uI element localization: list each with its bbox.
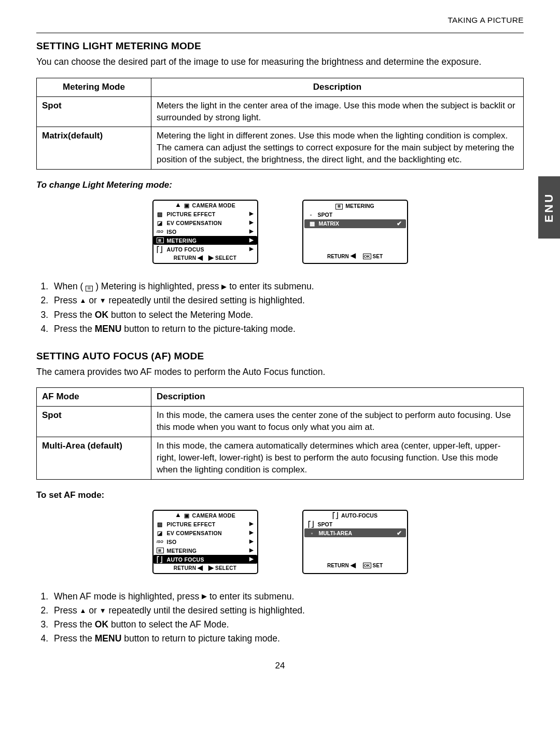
submenu-item-label: MATRIX [319, 220, 394, 227]
af-row1-name: Spot [37, 407, 151, 437]
ev-icon: ◪ [157, 220, 164, 226]
menu1-title-row: ▣ CAMERA MODE [153, 201, 257, 210]
step: Press the MENU button to return to the p… [51, 322, 524, 336]
metering-inline-icon: ⊞ [86, 286, 93, 291]
menu-item-label: METERING [167, 548, 247, 554]
row1-name: Spot [37, 96, 151, 127]
menu-item-label: AUTO FOCUS [167, 556, 247, 563]
section2-steps: When AF mode is highlighted, press to en… [36, 590, 524, 646]
page-number: 24 [36, 661, 524, 671]
af-row2-desc: In this mode, the camera automatically d… [151, 437, 524, 480]
menu-item: ◪EV COMPENSATION [153, 218, 257, 227]
menu-item: ⎡⎦AUTO FOCUS [153, 245, 257, 254]
submenu2-title-row: ⎡⎦ AUTO-FOCUS [303, 511, 407, 520]
menu-item-highlighted: ⎡⎦AUTO FOCUS [153, 555, 257, 564]
menu-item: ISOISO [153, 227, 257, 236]
af-row2-name: Multi-Area (default) [37, 437, 151, 480]
menu-item-highlighted: ⊞METERING [153, 236, 257, 245]
submenu1-title-row: ⊞ METERING [303, 201, 407, 211]
section2-intro: The camera provides two AF modes to perf… [36, 366, 524, 379]
menu-item: ISOISO [153, 537, 257, 546]
step: When AF mode is highlighted, press to en… [51, 590, 524, 604]
footer-select: SELECT [215, 255, 236, 261]
step: When ( ⊞ ) Metering is highlighted, pres… [51, 280, 524, 294]
multi-icon: ▫ [309, 530, 316, 536]
footer-return: RETURN [327, 563, 349, 568]
camera-icon: ▣ [184, 202, 189, 208]
camera-menu-left-1: ▣ CAMERA MODE ▨PICTURE EFFECT ◪EV COMPEN… [152, 200, 258, 264]
af-icon: ⎡⎦ [157, 246, 164, 253]
checkmark-icon: ✔ [397, 529, 402, 537]
section1-sub: To change Light Metering mode: [36, 180, 524, 190]
step: Press or repeatedly until the desired se… [51, 294, 524, 308]
metering-menu-illustration: ▣ CAMERA MODE ▨PICTURE EFFECT ◪EV COMPEN… [36, 200, 524, 264]
camera-menu-left-2: ▣ CAMERA MODE ▨PICTURE EFFECT ◪EV COMPEN… [152, 510, 258, 574]
submenu-item-label: SPOT [318, 212, 403, 218]
menu-item: ⊞METERING [153, 546, 257, 555]
footer-return: RETURN [327, 254, 349, 259]
menu-item-label: ISO [167, 229, 247, 235]
iso-icon: ISO [157, 539, 164, 545]
af-menu-illustration: ▣ CAMERA MODE ▨PICTURE EFFECT ◪EV COMPEN… [36, 510, 524, 574]
menu1-title: CAMERA MODE [192, 202, 235, 208]
menu-item-label: METERING [167, 238, 247, 244]
submenu-item: ⎡⎦SPOT [303, 520, 407, 528]
header-rule [36, 33, 524, 33]
th-af-mode: AF Mode [37, 388, 151, 407]
section1-title: SETTING LIGHT METERING MODE [36, 40, 524, 52]
menu2-title-row: ▣ CAMERA MODE [153, 511, 257, 520]
menu-item-label: ISO [167, 539, 247, 545]
section1-intro: You can choose the desired part of the i… [36, 56, 524, 68]
ok-icon: OK [363, 563, 371, 568]
camera-submenu-right-2: ⎡⎦ AUTO-FOCUS ⎡⎦SPOT ▫MULTI-AREA✔ RETURN… [302, 510, 408, 574]
menu2-footer: RETURN SELECT [153, 564, 257, 573]
breadcrumb: TAKING A PICTURE [36, 16, 524, 25]
effect-icon: ▨ [157, 211, 164, 217]
submenu1-title: METERING [345, 203, 374, 209]
section2-sub: To set AF mode: [36, 490, 524, 500]
menu-item-label: EV COMPENSATION [167, 530, 247, 536]
camera-icon: ▣ [184, 512, 189, 519]
step: Press the OK button to select the Meteri… [51, 308, 524, 322]
menu-item: ▨PICTURE EFFECT [153, 210, 257, 218]
section1-steps: When ( ⊞ ) Metering is highlighted, pres… [36, 280, 524, 336]
ev-icon: ◪ [157, 530, 164, 536]
menu-item-label: EV COMPENSATION [167, 220, 247, 226]
spot-icon: ▫ [307, 212, 315, 218]
row1-desc: Meters the light in the center area of t… [151, 96, 524, 127]
submenu-item-selected: ▫MULTI-AREA✔ [304, 528, 406, 537]
step: Press or repeatedly until the desired se… [51, 604, 524, 618]
footer-return: RETURN [174, 255, 196, 261]
submenu-item-label: SPOT [318, 521, 403, 527]
menu-item: ◪EV COMPENSATION [153, 528, 257, 537]
step: Press the MENU button to return to pictu… [51, 632, 524, 646]
th-mode: Metering Mode [37, 78, 151, 96]
matrix-icon: ▦ [309, 220, 316, 227]
metering-icon: ⊞ [157, 238, 164, 244]
submenu2-title: AUTO-FOCUS [341, 512, 377, 519]
footer-set: SET [373, 563, 383, 568]
metering-table: Metering Mode Description Spot Meters th… [36, 78, 524, 170]
footer-return: RETURN [174, 565, 196, 571]
iso-icon: ISO [157, 229, 164, 235]
submenu-item: ▫SPOT [303, 211, 407, 219]
footer-select: SELECT [215, 565, 236, 571]
row2-name: Matrix(default) [37, 127, 151, 170]
step: Press the OK button to select the AF Mod… [51, 618, 524, 632]
submenu2-footer: RETURN OK SET [303, 561, 407, 570]
metering-icon: ⊞ [157, 548, 164, 554]
menu1-footer: RETURN SELECT [153, 254, 257, 263]
camera-submenu-right-1: ⊞ METERING ▫SPOT ▦MATRIX✔ RETURN OK SET [302, 200, 408, 264]
th-desc: Description [151, 78, 524, 96]
menu2-title: CAMERA MODE [192, 512, 235, 519]
row2-desc: Metering the light in different zones. U… [151, 127, 524, 170]
menu-item-label: PICTURE EFFECT [167, 211, 247, 217]
af-icon: ⎡⎦ [157, 556, 164, 563]
section2-title: SETTING AUTO FOCUS (AF) MODE [36, 351, 524, 362]
effect-icon: ▨ [157, 521, 164, 527]
footer-set: SET [373, 254, 383, 259]
submenu-item-label: MULTI-AREA [319, 530, 394, 536]
th-af-desc: Description [151, 388, 524, 407]
menu-item-label: AUTO FOCUS [167, 246, 247, 253]
af-row1-desc: In this mode, the camera uses the center… [151, 407, 524, 437]
